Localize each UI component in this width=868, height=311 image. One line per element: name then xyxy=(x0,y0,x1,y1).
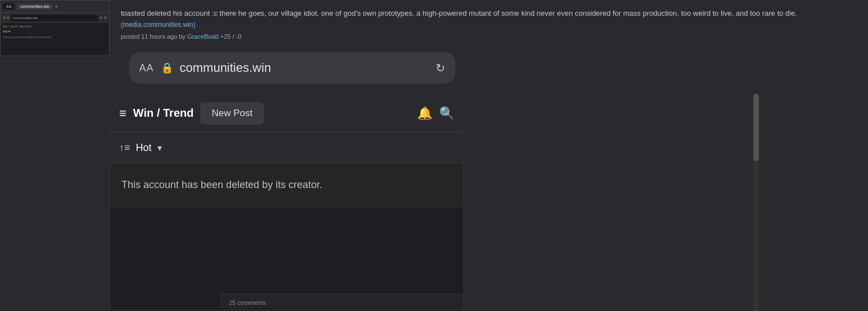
comments-count: 25 comments xyxy=(229,299,266,306)
hamburger-menu-icon[interactable]: ≡ xyxy=(119,106,126,121)
site-title[interactable]: Win / Trend xyxy=(133,107,194,120)
site-nav: ≡ Win / Trend New Post 🔔 🔍 xyxy=(110,94,463,132)
address-bar-container: AA 🔒 communities.win ↻ xyxy=(110,52,474,84)
preview-meta: This account was deleted by its creator xyxy=(3,35,107,39)
url-display[interactable]: communities.win xyxy=(180,61,429,75)
font-size-control[interactable]: AA xyxy=(139,62,154,74)
browser-nav-bar: communities.win xyxy=(1,13,109,23)
sort-icon: ↑≡ xyxy=(119,142,130,154)
post-meta-text: posted 11 hours ago by xyxy=(121,33,186,40)
notifications-bell-icon[interactable]: 🔔 xyxy=(417,106,432,121)
site-container: ≡ Win / Trend New Post 🔔 🔍 ↑≡ Hot ▾ This… xyxy=(110,94,464,311)
nav-forward xyxy=(7,16,10,19)
sort-bar: ↑≡ Hot ▾ xyxy=(110,132,463,163)
tab-label: communities.win xyxy=(20,4,49,8)
new-post-button[interactable]: New Post xyxy=(200,102,264,125)
scrollbar-thumb[interactable] xyxy=(753,94,759,161)
nav-controls xyxy=(3,16,10,19)
post-text: toasted deleted his account :c there he … xyxy=(121,8,857,19)
search-icon[interactable]: 🔍 xyxy=(439,106,454,121)
nav-back xyxy=(3,16,6,19)
post-content-area: toasted deleted his account :c there he … xyxy=(110,4,868,45)
sort-label[interactable]: Hot xyxy=(136,142,152,154)
scrollbar[interactable] xyxy=(753,94,759,311)
post-username[interactable]: GraceBudd xyxy=(187,33,219,40)
preview-title: Hot ▾ xyxy=(3,30,107,34)
page-preview: Win / TrendNew Post Hot ▾ This account w… xyxy=(1,23,109,41)
post-source: (media.communities.win) xyxy=(121,21,196,29)
nav-menu-icon xyxy=(100,16,102,19)
browser-tab-inactive: AA xyxy=(3,3,15,10)
tab-bar: AA communities.win xyxy=(1,1,109,13)
deleted-account-message: This account has been deleted by its cre… xyxy=(121,179,322,190)
post-meta: posted 11 hours ago by GraceBudd +25 / -… xyxy=(121,32,857,42)
post-score: +25 / -0 xyxy=(220,33,242,40)
mini-url-bar: communities.win xyxy=(11,15,98,21)
sort-dropdown-arrow[interactable]: ▾ xyxy=(157,143,162,153)
address-bar[interactable]: AA 🔒 communities.win ↻ xyxy=(129,52,455,84)
lock-icon: 🔒 xyxy=(161,62,173,74)
bottom-strip: 25 comments xyxy=(220,294,464,310)
browser-tab-active[interactable]: communities.win xyxy=(17,3,53,10)
browser-thumbnail: AA communities.win communities.win Win /… xyxy=(0,0,110,56)
nav-reload-icon xyxy=(104,16,107,19)
reload-button[interactable]: ↻ xyxy=(436,61,445,75)
deleted-account-card: This account has been deleted by its cre… xyxy=(110,163,463,207)
preview-nav: Win / TrendNew Post xyxy=(3,25,107,29)
tab-close xyxy=(55,5,58,8)
